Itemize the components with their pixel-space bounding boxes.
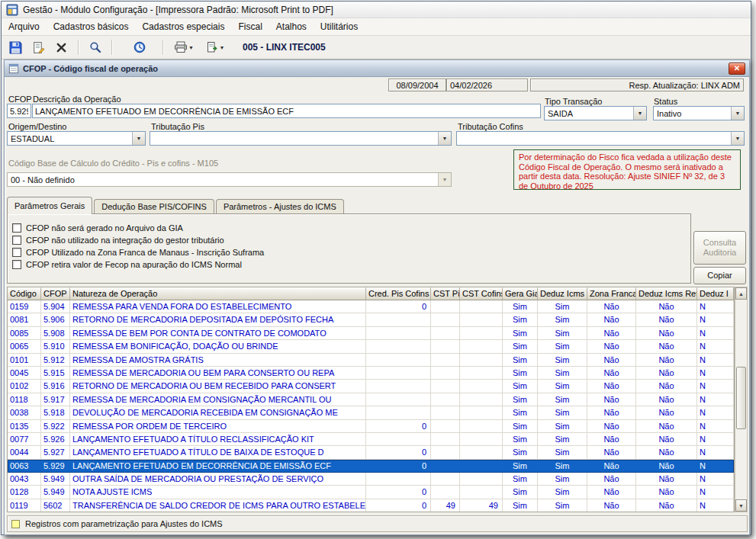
grid-cell	[431, 313, 460, 326]
search-button[interactable]	[85, 38, 105, 57]
codigo-base-select[interactable]: 00 - Não definido ▼	[7, 172, 452, 187]
grid-col-header[interactable]: Zona Franca	[587, 287, 636, 300]
origem-destino-select[interactable]: ESTADUAL ▼	[7, 131, 146, 146]
zona-franca-checkbox[interactable]	[12, 248, 21, 257]
checkbox-label: CFOP não será gerado no Arquivo da GIA	[26, 223, 183, 233]
grid-cell: 5.908	[41, 327, 70, 340]
table-row[interactable]: 00435.949OUTRA SAÍDA DE MERCADORIA OU PR…	[8, 473, 734, 486]
grid-cell: 5.915	[41, 367, 70, 380]
dialog-body: 08/09/2004 04/02/2026 Resp. Atualização:…	[5, 77, 748, 534]
grid-cell: 5.916	[41, 380, 70, 393]
grid-col-header[interactable]: Deduz I	[697, 287, 734, 300]
grid-area: CódigoCFOPNatureza de OperaçãoCred. Pis …	[7, 287, 735, 512]
chevron-down-icon[interactable]: ▼	[731, 107, 744, 120]
grid-cell: Não	[636, 420, 697, 433]
grid-cell: Sim	[538, 486, 587, 499]
grid-cell	[431, 300, 460, 313]
grid-cell: 0085	[8, 327, 41, 340]
table-row[interactable]: 00855.908REMESSA DE BEM POR CONTA DE CON…	[8, 327, 734, 340]
grid-cell	[431, 406, 460, 419]
scrollbar-thumb[interactable]	[736, 367, 746, 429]
table-row[interactable]: 00385.918DEVOLUÇÃO DE MERCADORIA RECEBID…	[8, 406, 734, 419]
tab-deducao-base-pis-cofins[interactable]: Dedução Base PIS/COFINS	[94, 199, 214, 214]
grid-cell: TRANSFERÊNCIA DE SALDO CREDOR DE ICMS PA…	[70, 499, 366, 512]
edit-button[interactable]	[28, 38, 49, 57]
table-row[interactable]: 01595.904REMESSA PARA VENDA FORA DO ESTA…	[8, 300, 734, 313]
checkbox-row: CFOP não será gerado no Arquivo da GIA	[12, 223, 183, 233]
grid-col-header[interactable]: CST Cofins	[460, 287, 503, 300]
legend-bar: Registros com parametrização para Ajuste…	[7, 515, 748, 532]
tributacao-cofins-select[interactable]: ▼	[456, 131, 745, 146]
grid-cell: N	[697, 380, 734, 393]
grid-col-header[interactable]: Cred. Pis Cofins	[366, 287, 431, 300]
delete-button[interactable]	[51, 38, 72, 57]
grid-cell: Sim	[538, 420, 587, 433]
grid-cell: 0128	[8, 486, 41, 499]
table-row[interactable]: 00445.927LANÇAMENTO EFETUADO A TÍTULO DE…	[8, 446, 734, 459]
export-button[interactable]: ▼	[201, 38, 230, 57]
copiar-button[interactable]: Copiar	[693, 267, 746, 284]
fecop-checkbox[interactable]	[12, 260, 21, 269]
print-button[interactable]: ▼	[169, 38, 198, 57]
close-button[interactable]: ✕	[729, 63, 745, 75]
menu-item-cadastros-basicos[interactable]: Cadastros básicos	[47, 18, 136, 35]
grid-col-header[interactable]: CST Pis	[431, 287, 460, 300]
gestor-tributario-checkbox[interactable]	[12, 236, 21, 245]
origem-destino-value: ESTADUAL	[8, 132, 132, 145]
chevron-down-icon[interactable]: ▼	[132, 132, 145, 145]
status-select[interactable]: Inativo ▼	[653, 106, 745, 120]
grid-cell: 0118	[8, 393, 41, 406]
tributacao-pis-select[interactable]: ▼	[150, 131, 452, 146]
grid-cell	[431, 446, 460, 459]
table-row[interactable]: 01355.922REMESSA POR ORDEM DE TERCEIRO0S…	[8, 420, 734, 433]
grid-col-header[interactable]: CFOP	[41, 287, 70, 300]
grid-cell: Não	[636, 367, 697, 380]
descricao-input[interactable]	[32, 104, 541, 118]
tab-parametros-ajustes-icms[interactable]: Parâmetros - Ajustes do ICMS	[216, 199, 344, 214]
consulta-auditoria-button[interactable]: Consulta Auditoria	[693, 231, 746, 265]
chevron-down-icon[interactable]: ▼	[633, 107, 646, 120]
table-row[interactable]: 01185.917REMESSA DE MERCADORIA EM CONSIG…	[8, 393, 734, 406]
table-row[interactable]: 01195602TRANSFERÊNCIA DE SALDO CREDOR DE…	[8, 499, 734, 512]
table-row[interactable]: 01285.949NOTA AJUSTE ICMS0SimSimNãoNãoN	[8, 486, 734, 499]
grid-col-header[interactable]: Deduz Icms	[538, 287, 587, 300]
menu-item-cadastros-especiais[interactable]: Cadastros especiais	[135, 18, 231, 35]
dialog-title: CFOP - Código fiscal de operação	[23, 64, 158, 73]
gia-checkbox[interactable]	[12, 223, 21, 233]
menu-item-utilitarios[interactable]: Utilitários	[314, 18, 365, 35]
grid-cell	[460, 446, 503, 459]
grid-cell: 5.949	[41, 473, 70, 486]
tab-parametros-gerais[interactable]: Parâmetros Gerais	[7, 197, 92, 214]
toolbar-separator	[111, 40, 112, 55]
menu-item-atalhos[interactable]: Atalhos	[269, 18, 314, 35]
chevron-down-icon[interactable]: ▼	[731, 132, 744, 145]
grid-cell: Não	[636, 499, 697, 512]
grid-cell: 5.904	[41, 300, 70, 313]
grid-cell: Não	[636, 460, 697, 473]
scroll-down-icon[interactable]: ▼	[735, 499, 747, 512]
grid-cell: 5602	[41, 499, 70, 512]
menu-item-arquivo[interactable]: Arquivo	[2, 18, 47, 35]
vertical-scrollbar[interactable]: ▲ ▼	[735, 287, 748, 512]
table-row[interactable]: 00655.910REMESSA EM BONIFICAÇÃO, DOAÇÃO …	[8, 340, 734, 353]
grid-col-header[interactable]: Gera Gia	[503, 287, 538, 300]
grid-col-header[interactable]: Código	[8, 287, 41, 300]
grid-col-header[interactable]: Deduz Icms Ret	[636, 287, 697, 300]
scroll-up-icon[interactable]: ▲	[735, 287, 747, 300]
table-row[interactable]: 00815.906RETORNO DE MERCADORIA DEPOSITAD…	[8, 313, 734, 326]
table-row[interactable]: 01025.916RETORNO DE MERCADORIA OU BEM RE…	[8, 380, 734, 393]
menu-item-fiscal[interactable]: Fiscal	[231, 18, 269, 35]
table-row[interactable]: 00635.929LANÇAMENTO EFETUADO EM DECORRÊN…	[8, 460, 734, 473]
table-row[interactable]: 00775.926LANÇAMENTO EFETUADO A TÍTULO RE…	[8, 433, 734, 446]
chevron-down-icon[interactable]: ▼	[438, 132, 451, 145]
table-row[interactable]: 00455.915REMESSA DE MERCADORIA OU BEM PA…	[8, 367, 734, 380]
grid-col-header[interactable]: Natureza de Operação	[70, 287, 366, 300]
clock-button[interactable]	[129, 38, 150, 57]
grid-cell: Não	[636, 340, 697, 353]
grid-cell: 5.917	[41, 393, 70, 406]
save-button[interactable]	[5, 38, 26, 57]
grid-cell: REMESSA DE BEM POR CONTA DE CONTRATO DE …	[70, 327, 366, 340]
cfop-input[interactable]	[7, 104, 31, 118]
tipo-transacao-select[interactable]: SAIDA ▼	[544, 106, 647, 120]
table-row[interactable]: 01015.912REMESSA DE AMOSTRA GRÁTISSimSim…	[8, 354, 734, 367]
